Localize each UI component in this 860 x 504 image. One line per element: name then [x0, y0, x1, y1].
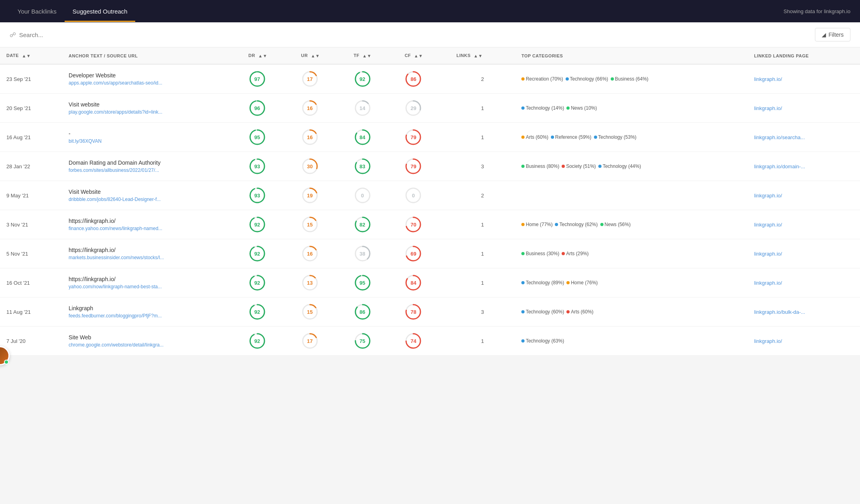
anchor-url[interactable]: chrome.google.com/webstore/detail/linkgr…	[69, 342, 164, 348]
col-landing: LINKED LANDING PAGE	[748, 47, 860, 64]
backlinks-table: DATE ▲▼ ANCHOR TEXT / SOURCE URL DR ▲▼ U…	[0, 47, 860, 356]
anchor-url[interactable]: finance.yahoo.com/news/linkgraph-named..…	[69, 226, 162, 231]
cell-anchor: https://linkgraph.io/ finance.yahoo.com/…	[62, 210, 242, 239]
cell-dr: 96	[242, 94, 295, 123]
filters-button[interactable]: ◢ Filters	[815, 28, 850, 41]
table-header-row: DATE ▲▼ ANCHOR TEXT / SOURCE URL DR ▲▼ U…	[0, 47, 860, 64]
anchor-url[interactable]: apps.apple.com/us/app/searchatlas-seo/id…	[69, 80, 162, 86]
table-row: 20 Sep '21 Visit website play.google.com…	[0, 94, 860, 123]
cell-links: 1	[450, 268, 515, 297]
landing-link[interactable]: linkgraph.io/bulk-da-...	[754, 309, 805, 315]
landing-link[interactable]: linkgraph.io/domain-...	[754, 163, 805, 169]
col-date[interactable]: DATE ▲▼	[0, 47, 62, 64]
landing-link[interactable]: linkgraph.io/	[754, 338, 782, 344]
cell-cf: 0	[398, 181, 450, 210]
category-tag: Technology (66%)	[566, 76, 608, 82]
category-tag: Business (64%)	[611, 76, 649, 82]
cell-ur: 16	[295, 123, 347, 152]
table-row: 16 Aug '21 - bit.ly/36XQVAN 95 16	[0, 123, 860, 152]
cell-landing: linkgraph.io/domain-...	[748, 152, 860, 181]
cell-links: 3	[450, 152, 515, 181]
col-ur[interactable]: UR ▲▼	[295, 47, 347, 64]
anchor-url[interactable]: play.google.com/store/apps/details?id=li…	[69, 109, 162, 115]
cell-categories: Home (77%) Technology (62%) News (56%)	[515, 210, 748, 239]
landing-link[interactable]: linkgraph.io/	[754, 76, 782, 82]
tab-your-backlinks[interactable]: Your Backlinks	[10, 1, 65, 22]
col-tf[interactable]: TF ▲▼	[347, 47, 398, 64]
cell-categories: Arts (60%) Reference (59%) Technology (5…	[515, 123, 748, 152]
category-tag: Home (76%)	[566, 280, 598, 285]
cell-tf: 95	[347, 268, 398, 297]
cell-cf: 86	[398, 64, 450, 94]
cell-cf: 79	[398, 123, 450, 152]
cell-dr: 93	[242, 181, 295, 210]
category-tag: Technology (14%)	[521, 105, 564, 111]
avatar-status-indicator	[4, 360, 9, 364]
cell-links: 1	[450, 210, 515, 239]
cell-cf: 78	[398, 297, 450, 327]
cell-tf: 38	[347, 239, 398, 268]
anchor-url[interactable]: markets.businessinsider.com/news/stocks/…	[69, 255, 164, 260]
cell-date: 9 May '21	[0, 181, 62, 210]
landing-link[interactable]: linkgraph.io/	[754, 222, 782, 228]
anchor-title: Domain Rating and Domain Authority	[69, 159, 236, 166]
cell-landing: linkgraph.io/	[748, 94, 860, 123]
table-row: 9 May '21 Visit Website dribbble.com/job…	[0, 181, 860, 210]
anchor-url[interactable]: dribbble.com/jobs/82640-Lead-Designer-f.…	[69, 197, 161, 202]
cell-date: 23 Sep '21	[0, 64, 62, 94]
col-categories: TOP CATEGORIES	[515, 47, 748, 64]
category-tag: Society (51%)	[562, 163, 596, 169]
category-tag: Business (30%)	[521, 251, 559, 256]
search-input[interactable]	[19, 32, 139, 38]
anchor-url[interactable]: feeds.feedburner.com/bloggingpro/PfjF?m.…	[69, 313, 162, 319]
table-row: 5 Nov '21 https://linkgraph.io/ markets.…	[0, 239, 860, 268]
cell-dr: 92	[242, 327, 295, 356]
cell-ur: 16	[295, 239, 347, 268]
cell-categories	[515, 181, 748, 210]
landing-link[interactable]: linkgraph.io/	[754, 280, 782, 286]
cell-links: 1	[450, 123, 515, 152]
anchor-url[interactable]: bit.ly/36XQVAN	[69, 138, 101, 144]
tab-suggested-outreach[interactable]: Suggested Outreach	[65, 1, 136, 22]
landing-link[interactable]: linkgraph.io/searcha...	[754, 134, 805, 140]
landing-link[interactable]: linkgraph.io/	[754, 105, 782, 111]
cell-landing: linkgraph.io/	[748, 327, 860, 356]
col-dr[interactable]: DR ▲▼	[242, 47, 295, 64]
cell-links: 1	[450, 327, 515, 356]
anchor-title: Visit Website	[69, 189, 236, 195]
category-tag: News (10%)	[566, 105, 597, 111]
anchor-title: Visit website	[69, 101, 236, 108]
anchor-url[interactable]: yahoo.com/now/linkgraph-named-best-sta..…	[69, 284, 162, 289]
sort-ur-icon: ▲▼	[311, 53, 320, 58]
cell-date: 28 Jan '22	[0, 152, 62, 181]
cell-anchor: https://linkgraph.io/ yahoo.com/now/link…	[62, 268, 242, 297]
cell-links: 1	[450, 94, 515, 123]
category-tag: Technology (63%)	[521, 338, 564, 344]
cell-tf: 86	[347, 297, 398, 327]
table-row: 11 Aug '21 Linkgraph feeds.feedburner.co…	[0, 297, 860, 327]
anchor-url[interactable]: forbes.com/sites/allbusiness/2022/01/27/…	[69, 167, 159, 173]
cell-cf: 74	[398, 327, 450, 356]
landing-link[interactable]: linkgraph.io/	[754, 193, 782, 199]
landing-link[interactable]: linkgraph.io/	[754, 251, 782, 257]
cell-dr: 92	[242, 239, 295, 268]
cell-date: 3 Nov '21	[0, 210, 62, 239]
cell-links: 3	[450, 297, 515, 327]
col-links[interactable]: LINKS ▲▼	[450, 47, 515, 64]
table-row: 28 Jan '22 Domain Rating and Domain Auth…	[0, 152, 860, 181]
cell-categories: Business (30%) Arts (29%)	[515, 239, 748, 268]
sort-cf-icon: ▲▼	[414, 53, 423, 58]
cell-landing: linkgraph.io/	[748, 239, 860, 268]
table-container: DATE ▲▼ ANCHOR TEXT / SOURCE URL DR ▲▼ U…	[0, 47, 860, 356]
col-anchor[interactable]: ANCHOR TEXT / SOURCE URL	[62, 47, 242, 64]
category-tag: Technology (44%)	[598, 163, 641, 169]
cell-links: 2	[450, 181, 515, 210]
col-cf[interactable]: CF ▲▼	[398, 47, 450, 64]
anchor-title: Site Web	[69, 334, 236, 341]
table-row: 16 Oct '21 https://linkgraph.io/ yahoo.c…	[0, 268, 860, 297]
cell-categories: Technology (60%) Arts (60%)	[515, 297, 748, 327]
cell-anchor: - bit.ly/36XQVAN	[62, 123, 242, 152]
avatar-wrap[interactable]	[0, 346, 10, 365]
cell-anchor: Domain Rating and Domain Authority forbe…	[62, 152, 242, 181]
sort-date-icon: ▲▼	[22, 53, 31, 58]
